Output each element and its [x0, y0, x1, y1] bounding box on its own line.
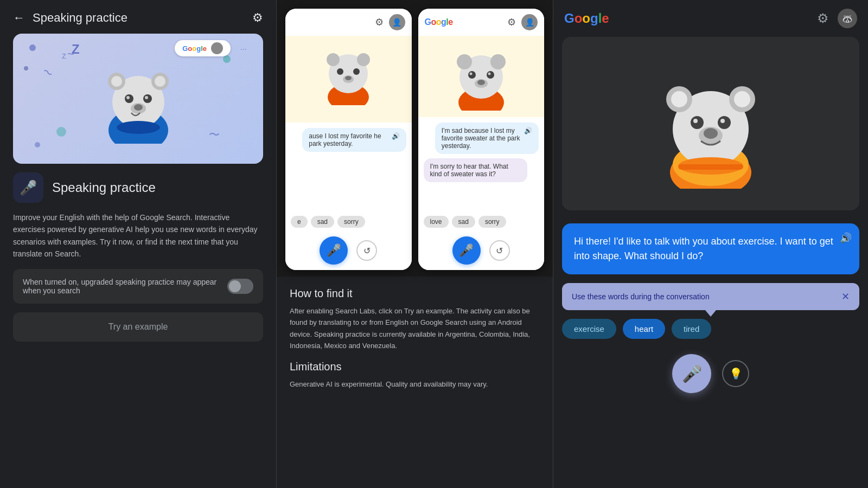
chip-e[interactable]: e — [291, 216, 308, 228]
phone-actions-1: 🎤 ↺ — [285, 231, 412, 270]
phone-bear-1 — [285, 36, 412, 123]
hero-image: ~ 〜 〜 ··· Z z Google — [13, 34, 263, 164]
svg-point-30 — [477, 80, 485, 85]
right-header: Google ⚙ 🦝 — [553, 0, 868, 37]
chat-bubble-text: Hi there! I'd like to talk with you abou… — [574, 236, 833, 261]
phone-topbar-1: ⚙ 👤 — [285, 9, 412, 36]
chip-sorry-1[interactable]: sorry — [337, 216, 365, 228]
bubble-speaker-icon[interactable]: 🔊 — [840, 231, 852, 246]
svg-point-28 — [488, 73, 490, 75]
svg-point-12 — [117, 121, 160, 134]
svg-point-11 — [134, 104, 143, 111]
right-actions: 🎤 💡 — [562, 348, 859, 400]
phone-card-1: ⚙ 👤 🔊 ause I lost my favori — [285, 9, 412, 270]
phones-row: ⚙ 👤 🔊 ause I lost my favori — [277, 0, 553, 277]
tooltip-text: Use these words during the conversation — [572, 292, 710, 301]
how-to-find-title: How to find it — [290, 287, 540, 300]
description-text: Improve your English with the help of Go… — [13, 211, 263, 260]
word-chips-2: love sad sorry — [418, 213, 545, 231]
tooltip-box: Use these words during the conversation … — [562, 283, 859, 310]
feature-row: 🎤 Speaking practice — [13, 172, 263, 203]
svg-point-23 — [457, 54, 472, 69]
speaker-icon-1: 🔊 — [392, 132, 400, 140]
main-hint-button[interactable]: 💡 — [722, 360, 749, 387]
svg-rect-45 — [678, 164, 743, 170]
chip-tired[interactable]: tired — [672, 319, 711, 339]
toggle-label: When turned on, upgraded speaking practi… — [23, 278, 221, 295]
svg-point-18 — [353, 68, 360, 75]
feature-title: Speaking practice — [52, 180, 156, 195]
svg-point-43 — [704, 128, 718, 139]
svg-point-17 — [337, 68, 343, 75]
svg-point-15 — [327, 53, 340, 66]
chip-heart[interactable]: heart — [623, 319, 665, 339]
svg-point-24 — [490, 54, 506, 69]
phone-gear-icon-1[interactable]: ⚙ — [375, 16, 384, 28]
page-title: Speaking practice — [33, 11, 245, 25]
svg-point-25 — [468, 71, 476, 79]
limitations-title: Limitations — [290, 361, 540, 373]
right-bear-container — [562, 37, 859, 210]
keyword-chips: exercise heart tired — [562, 319, 859, 339]
left-panel: ← Speaking practice ⚙ ~ 〜 〜 ··· Z z Goog… — [0, 0, 277, 488]
phone-avatar-2: 👤 — [521, 14, 538, 30]
svg-point-20 — [345, 76, 352, 80]
phone-topbar-2: Google ⚙ 👤 — [418, 9, 545, 36]
hint-button-2[interactable]: ↺ — [489, 240, 510, 261]
google-logo: Google — [425, 17, 453, 27]
chip-sad-1[interactable]: sad — [311, 216, 334, 228]
svg-point-41 — [720, 119, 725, 123]
chat-bubble-bot-2: I'm sorry to hear that. What kind of swe… — [424, 158, 527, 182]
tooltip-arrow — [705, 310, 716, 317]
phone-chat-1: 🔊 ause I lost my favorite he park yester… — [285, 123, 412, 213]
chip-sorry-2[interactable]: sorry — [478, 216, 506, 228]
feature-icon: 🎤 — [13, 172, 43, 203]
mic-button-1[interactable]: 🎤 — [320, 236, 348, 265]
svg-point-39 — [718, 116, 731, 129]
svg-point-16 — [357, 53, 370, 66]
svg-point-9 — [145, 96, 148, 99]
chat-bubble-user-1: 🔊 ause I lost my favorite he park yester… — [302, 128, 406, 152]
phone-bear-2 — [418, 36, 545, 117]
svg-point-27 — [469, 73, 472, 75]
speaker-icon-2: 🔊 — [524, 127, 532, 134]
tooltip-close-button[interactable]: ✕ — [841, 291, 850, 303]
chip-exercise[interactable]: exercise — [562, 319, 616, 339]
bear-hero-image — [98, 54, 179, 144]
bear-right — [651, 59, 770, 189]
right-chat-area: 🔊 Hi there! I'd like to talk with you ab… — [553, 37, 868, 488]
svg-point-26 — [487, 71, 494, 79]
limitations-text: Generative AI is experimental. Quality a… — [290, 378, 540, 390]
phone-card-2: Google ⚙ 👤 — [418, 9, 545, 270]
toggle-knob — [229, 280, 241, 292]
info-section: How to find it After enabling Search Lab… — [277, 277, 553, 409]
settings-icon[interactable]: ⚙ — [252, 11, 263, 25]
back-button[interactable]: ← — [13, 11, 25, 25]
hint-button-1[interactable]: ↺ — [356, 240, 377, 261]
main-chat-bubble: 🔊 Hi there! I'd like to talk with you ab… — [562, 223, 859, 274]
main-mic-button[interactable]: 🎤 — [672, 354, 711, 393]
middle-panel: ⚙ 👤 🔊 ause I lost my favori — [277, 0, 553, 488]
toggle-row: When turned on, upgraded speaking practi… — [13, 269, 263, 304]
right-panel: Google ⚙ 🦝 — [553, 0, 868, 488]
right-avatar[interactable]: 🦝 — [838, 9, 857, 28]
svg-point-40 — [693, 119, 698, 123]
chat-bubble-user-2: 🔊 I'm sad because I lost my favorite swe… — [435, 123, 539, 154]
svg-point-5 — [155, 76, 165, 87]
chip-love[interactable]: love — [424, 216, 449, 228]
chip-sad-2[interactable]: sad — [452, 216, 475, 228]
right-gear-icon[interactable]: ⚙ — [817, 11, 829, 26]
panel-header: ← Speaking practice ⚙ — [13, 11, 263, 25]
mic-button-2[interactable]: 🎤 — [452, 236, 481, 265]
svg-point-35 — [671, 91, 687, 107]
svg-point-3 — [111, 76, 122, 87]
svg-point-38 — [691, 116, 704, 129]
how-to-find-text: After enabling Search Labs, click on Try… — [290, 305, 540, 352]
phone-gear-icon-2[interactable]: ⚙ — [507, 16, 516, 28]
svg-point-37 — [734, 91, 750, 107]
word-chips-1: e sad sorry — [285, 213, 412, 231]
phone-avatar-1: 👤 — [389, 14, 405, 30]
upgrade-toggle[interactable] — [227, 279, 253, 294]
phone-chat-2: 🔊 I'm sad because I lost my favorite swe… — [418, 117, 545, 213]
try-example-button[interactable]: Try an example — [13, 312, 263, 342]
